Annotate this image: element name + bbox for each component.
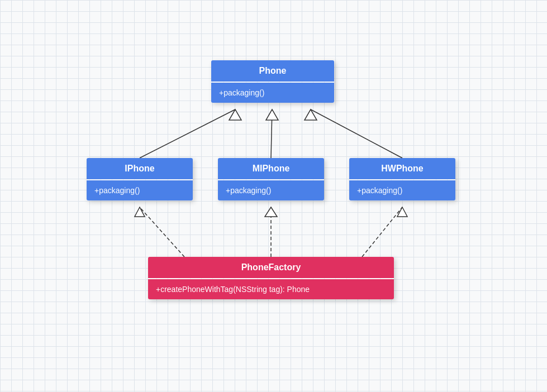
svg-marker-3 (229, 109, 241, 120)
svg-marker-11 (397, 207, 407, 217)
svg-line-0 (140, 109, 235, 158)
class-phonefactory-name: PhoneFactory (148, 257, 394, 278)
class-iphone-method: +packaging() (87, 180, 193, 200)
class-iphone-name: IPhone (87, 158, 193, 179)
svg-line-10 (362, 207, 402, 257)
svg-marker-5 (305, 109, 317, 120)
class-phone-name: Phone (211, 60, 334, 82)
svg-marker-7 (135, 207, 145, 217)
class-phonefactory[interactable]: PhoneFactory +createPhoneWithTag(NSStrin… (148, 257, 394, 299)
class-phone-method: +packaging() (211, 83, 334, 103)
svg-line-1 (271, 109, 272, 158)
class-hwphone[interactable]: HWPhone +packaging() (349, 158, 455, 200)
class-phonefactory-method: +createPhoneWithTag(NSString tag): Phone (148, 279, 394, 299)
class-phone[interactable]: Phone +packaging() (211, 60, 334, 103)
class-hwphone-method: +packaging() (349, 180, 455, 200)
class-hwphone-name: HWPhone (349, 158, 455, 179)
svg-line-2 (311, 109, 402, 158)
diagram-canvas: Phone +packaging() IPhone +packaging() M… (0, 0, 547, 392)
svg-marker-4 (266, 109, 278, 120)
class-iphone[interactable]: IPhone +packaging() (87, 158, 193, 200)
class-miphone-name: MIPhone (218, 158, 324, 179)
class-miphone[interactable]: MIPhone +packaging() (218, 158, 324, 200)
svg-marker-9 (265, 207, 277, 217)
class-miphone-method: +packaging() (218, 180, 324, 200)
svg-line-6 (140, 207, 184, 257)
